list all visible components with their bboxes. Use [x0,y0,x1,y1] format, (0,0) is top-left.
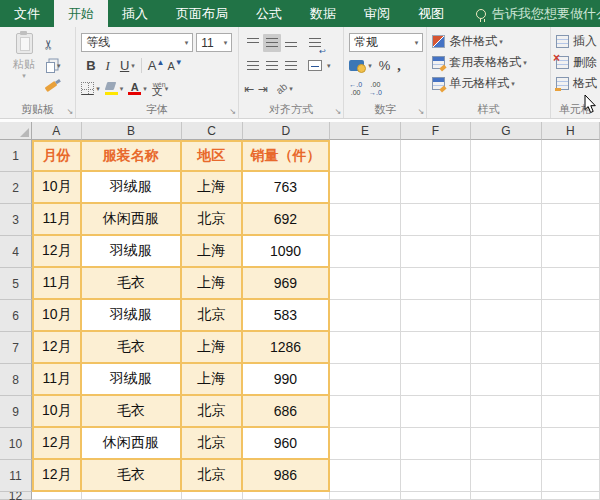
row-header-12[interactable]: 12 [0,492,32,500]
cell-G11[interactable] [471,460,542,492]
align-left-button[interactable] [244,57,262,75]
borders-button[interactable]: ▾ [81,82,100,95]
column-header-H[interactable]: H [542,122,600,140]
underline-button[interactable]: U [120,58,129,73]
cell-G12[interactable] [471,492,542,500]
cell-G7[interactable] [471,332,542,364]
cell-H4[interactable] [542,236,600,268]
bold-button[interactable]: B [86,58,95,73]
row-header-3[interactable]: 3 [0,204,32,236]
cell-G2[interactable] [471,172,542,204]
tab-view[interactable]: 视图 [404,0,458,27]
cell-E8[interactable] [330,364,401,396]
cell-C12[interactable] [182,492,243,500]
cell-A9[interactable]: 10月 [32,396,82,428]
fill-color-button[interactable]: ▾ [105,82,124,95]
cell-E2[interactable] [330,172,401,204]
cell-F10[interactable] [401,428,471,460]
cell-F3[interactable] [401,204,471,236]
align-right-button[interactable] [282,57,300,75]
cell-B6[interactable]: 羽绒服 [82,300,182,332]
row-header-1[interactable]: 1 [0,140,32,172]
tab-data[interactable]: 数据 [296,0,350,27]
cell-E10[interactable] [330,428,401,460]
cell-D10[interactable]: 960 [243,428,330,460]
format-cells-button[interactable]: 格式 [556,73,597,94]
cell-E12[interactable] [330,492,401,500]
cell-A6[interactable]: 10月 [32,300,82,332]
cell-E7[interactable] [330,332,401,364]
cell-F12[interactable] [401,492,471,500]
cell-E11[interactable] [330,460,401,492]
cell-D1[interactable]: 销量（件） [243,140,330,172]
cell-D11[interactable]: 986 [243,460,330,492]
font-color-button[interactable]: A ▾ [128,82,147,95]
cell-F7[interactable] [401,332,471,364]
cell-F1[interactable] [401,140,471,172]
conditional-formatting-button[interactable]: 条件格式 ▾ [432,31,547,52]
cell-E3[interactable] [330,204,401,236]
cell-H10[interactable] [542,428,600,460]
cell-H9[interactable] [542,396,600,428]
cell-C7[interactable]: 上海 [182,332,243,364]
cell-B8[interactable]: 羽绒服 [82,364,182,396]
cell-A10[interactable]: 12月 [32,428,82,460]
decrease-indent-button[interactable]: ⇤ [244,82,254,96]
tab-review[interactable]: 审阅 [350,0,404,27]
row-header-10[interactable]: 10 [0,428,32,460]
cell-B4[interactable]: 羽绒服 [82,236,182,268]
cell-G1[interactable] [471,140,542,172]
percent-style-button[interactable]: % [379,58,391,73]
column-header-C[interactable]: C [182,122,243,140]
cell-F6[interactable] [401,300,471,332]
phonetic-guide-button[interactable]: wén文 ▾ [152,81,169,97]
cell-F11[interactable] [401,460,471,492]
cell-H6[interactable] [542,300,600,332]
cell-D6[interactable]: 583 [243,300,330,332]
merge-caret-icon[interactable]: ▾ [327,62,331,70]
tab-formulas[interactable]: 公式 [242,0,296,27]
cell-B12[interactable] [82,492,182,500]
format-as-table-button[interactable]: 套用表格格式 ▾ [432,52,547,73]
cell-F2[interactable] [401,172,471,204]
cell-E4[interactable] [330,236,401,268]
cell-C1[interactable]: 地区 [182,140,243,172]
cell-D8[interactable]: 990 [243,364,330,396]
cell-G3[interactable] [471,204,542,236]
cell-H2[interactable] [542,172,600,204]
column-header-A[interactable]: A [32,122,82,140]
tab-insert[interactable]: 插入 [108,0,162,27]
cell-C6[interactable]: 北京 [182,300,243,332]
cell-H5[interactable] [542,268,600,300]
cell-A2[interactable]: 10月 [32,172,82,204]
merge-center-button[interactable] [306,57,324,75]
cell-A5[interactable]: 11月 [32,268,82,300]
cell-D9[interactable]: 686 [243,396,330,428]
cell-E9[interactable] [330,396,401,428]
cell-C10[interactable]: 北京 [182,428,243,460]
row-header-8[interactable]: 8 [0,364,32,396]
cell-G5[interactable] [471,268,542,300]
cell-B7[interactable]: 毛衣 [82,332,182,364]
cell-styles-button[interactable]: 单元格样式 ▾ [432,73,547,94]
cell-G8[interactable] [471,364,542,396]
cell-D12[interactable] [243,492,330,500]
clipboard-dialog-launcher-icon[interactable]: ↘ [66,107,73,116]
row-header-6[interactable]: 6 [0,300,32,332]
cell-G4[interactable] [471,236,542,268]
font-size-select[interactable]: 11 ▾ [196,33,232,52]
cell-H3[interactable] [542,204,600,236]
copy-button[interactable]: ▾ [43,55,61,76]
cell-A8[interactable]: 11月 [32,364,82,396]
cell-B9[interactable]: 毛衣 [82,396,182,428]
row-header-5[interactable]: 5 [0,268,32,300]
cell-F5[interactable] [401,268,471,300]
cell-B3[interactable]: 休闲西服 [82,204,182,236]
middle-align-button[interactable] [263,34,281,52]
cell-D5[interactable]: 969 [243,268,330,300]
cell-H7[interactable] [542,332,600,364]
bottom-align-button[interactable] [282,34,300,52]
font-name-select[interactable]: 等线 ▾ [81,33,193,52]
wrap-text-button[interactable] [306,34,324,52]
cell-A12[interactable] [32,492,82,500]
